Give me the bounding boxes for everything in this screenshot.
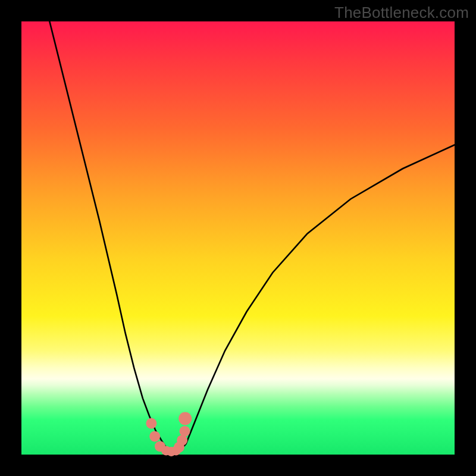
marker-dot — [149, 431, 160, 441]
curve-left — [48, 12, 170, 451]
marker-dot — [146, 418, 156, 429]
curve-right — [180, 145, 455, 451]
marker-group — [146, 412, 192, 456]
marker-dot — [177, 435, 187, 446]
watermark-text: TheBottleneck.com — [334, 4, 469, 22]
plot-area — [21, 21, 455, 455]
chart-overlay — [21, 21, 455, 455]
outer-frame: TheBottleneck.com — [0, 0, 476, 476]
marker-dot — [179, 426, 190, 437]
marker-dot — [178, 412, 192, 425]
